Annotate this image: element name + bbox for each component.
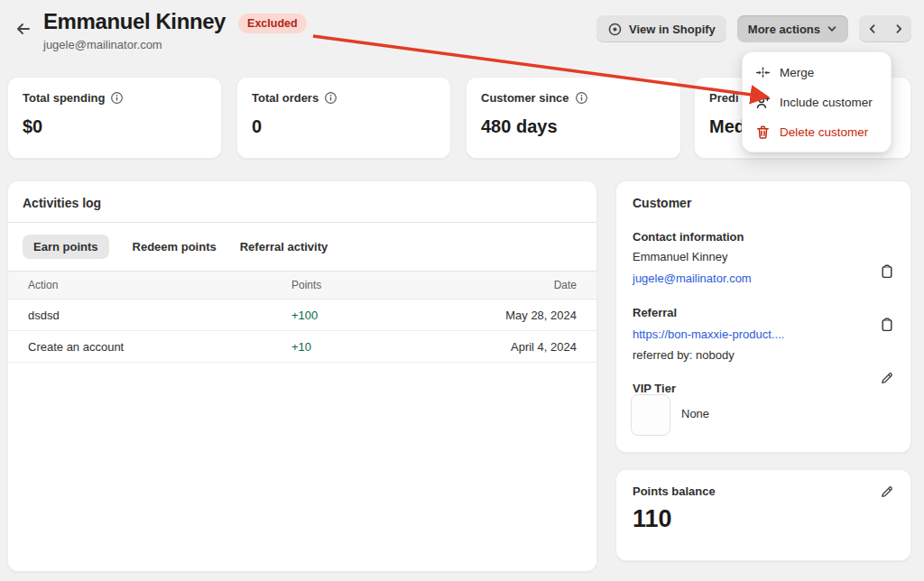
menu-item-delete-customer[interactable]: Delete customer [743, 117, 891, 147]
table-row[interactable]: Create an account +10 April 4, 2024 [8, 331, 596, 363]
points-balance-value: 110 [633, 505, 894, 533]
clipboard-icon [880, 264, 894, 279]
menu-item-merge[interactable]: Merge [743, 58, 891, 88]
cell-points: +100 [291, 309, 441, 322]
copy-email-button[interactable] [878, 263, 896, 281]
tab-earn-points[interactable]: Earn points [23, 235, 109, 259]
arrow-left-icon [14, 20, 32, 38]
referral-heading: Referral [633, 306, 894, 319]
vip-tier-heading: VIP Tier [633, 382, 894, 395]
header: Emmanuel Kinney Excluded [43, 8, 307, 35]
page-title: Emmanuel Kinney [43, 8, 226, 35]
edit-vip-tier-button[interactable] [878, 369, 896, 387]
stat-label: Customer since [481, 91, 569, 105]
cell-action: Create an account [28, 340, 291, 354]
column-action: Action [28, 279, 291, 291]
customer-card-title: Customer [633, 196, 894, 210]
next-customer-button[interactable] [885, 15, 911, 42]
table-row[interactable]: dsdsd +100 May 28, 2024 [8, 300, 596, 331]
person-add-icon [755, 95, 771, 110]
stat-value: $0 [23, 116, 207, 137]
referral-link[interactable]: https://bon-maxxie-product.... [633, 327, 784, 341]
trash-icon [755, 124, 771, 140]
points-balance-title: Points balance [633, 484, 894, 498]
more-actions-menu: Merge Include customer Delete customer [742, 51, 892, 152]
cell-date: May 28, 2024 [505, 309, 577, 322]
stat-value: 0 [252, 116, 436, 137]
edit-points-balance-button[interactable] [878, 483, 896, 501]
view-icon [607, 22, 623, 37]
activities-log-title: Activities log [8, 181, 596, 223]
stat-card-customer-since: Customer since 480 days [466, 77, 681, 159]
stat-label: Total orders [252, 91, 319, 105]
vip-tier-value: None [681, 407, 709, 420]
points-balance-card: Points balance 110 [615, 469, 911, 561]
info-icon[interactable] [324, 91, 337, 105]
cell-points: +10 [291, 340, 441, 354]
view-in-shopify-label: View in Shopify [629, 23, 716, 36]
customer-email-link[interactable]: jugele@mailinator.com [633, 272, 752, 285]
menu-item-label: Merge [780, 66, 814, 79]
customer-card: Customer Contact information Emmanuel Ki… [615, 180, 911, 453]
more-actions-button[interactable]: More actions [737, 15, 848, 42]
contact-information-heading: Contact information [633, 230, 894, 244]
excluded-badge: Excluded [238, 14, 307, 33]
header-actions: View in Shopify More actions [596, 15, 911, 42]
header-email: jugele@mailinator.com [43, 38, 162, 51]
info-icon[interactable] [575, 91, 588, 105]
vip-tier-image-placeholder [631, 394, 670, 436]
table-header: Action Points Date [8, 272, 596, 300]
tab-referral-activity[interactable]: Referral activity [240, 240, 328, 254]
menu-item-label: Include customer [780, 96, 873, 109]
stat-value: 480 days [481, 116, 666, 137]
merge-icon [755, 65, 771, 80]
cell-action: dsdsd [28, 309, 291, 322]
stat-card-total-spending: Total spending $0 [7, 77, 222, 159]
stat-card-total-orders: Total orders 0 [236, 77, 451, 159]
copy-referral-link-button[interactable] [878, 316, 896, 334]
info-icon[interactable] [110, 91, 124, 105]
referred-by: referred by: nobody [633, 348, 894, 362]
cell-date: April 4, 2024 [511, 340, 577, 354]
prev-customer-button[interactable] [859, 15, 885, 42]
menu-item-label: Delete customer [780, 125, 868, 139]
chevron-right-icon [893, 23, 904, 34]
menu-item-include-customer[interactable]: Include customer [743, 88, 891, 117]
activities-tabs: Earn points Redeem points Referral activ… [8, 223, 596, 272]
chevron-left-icon [867, 23, 878, 34]
activities-log-panel: Activities log Earn points Redeem points… [7, 180, 597, 572]
tab-redeem-points[interactable]: Redeem points [133, 240, 217, 254]
pagination [859, 15, 911, 42]
chevron-down-icon [827, 23, 837, 34]
customer-name: Emmanuel Kinney [633, 250, 894, 263]
column-date: Date [554, 279, 577, 291]
stat-label: Total spending [23, 91, 105, 105]
clipboard-icon [880, 318, 894, 332]
back-button[interactable] [13, 18, 34, 40]
pencil-icon [880, 371, 894, 385]
pencil-icon [880, 484, 894, 499]
column-points: Points [291, 279, 441, 291]
view-in-shopify-button[interactable]: View in Shopify [596, 15, 726, 42]
stat-label: Predi [709, 91, 739, 105]
more-actions-label: More actions [748, 23, 820, 36]
